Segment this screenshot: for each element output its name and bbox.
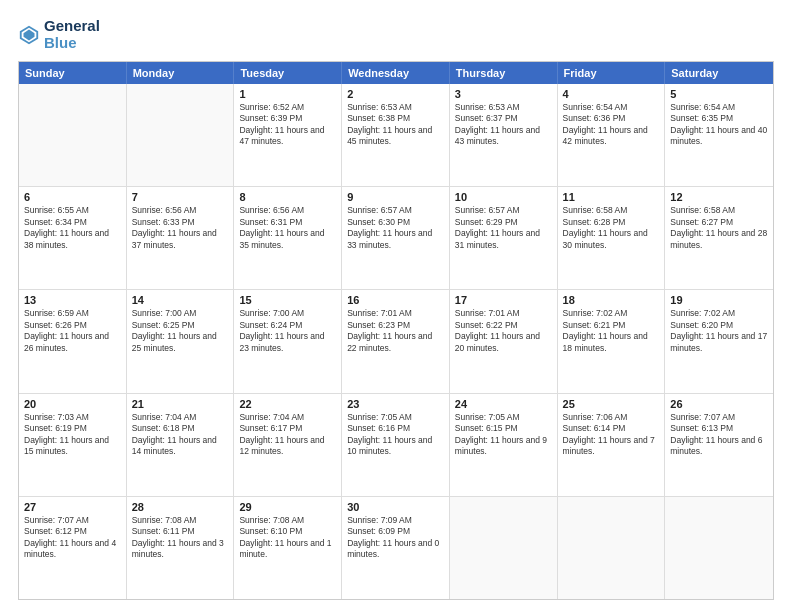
cell-info: Sunrise: 6:57 AMSunset: 6:29 PMDaylight:… [455, 205, 552, 251]
cell-info: Sunrise: 7:02 AMSunset: 6:20 PMDaylight:… [670, 308, 768, 354]
cell-info: Sunrise: 7:08 AMSunset: 6:10 PMDaylight:… [239, 515, 336, 561]
calendar-cell: 28Sunrise: 7:08 AMSunset: 6:11 PMDayligh… [127, 497, 235, 599]
cell-info: Sunrise: 7:05 AMSunset: 6:16 PMDaylight:… [347, 412, 444, 458]
day-number: 3 [455, 88, 552, 100]
day-number: 1 [239, 88, 336, 100]
day-number: 9 [347, 191, 444, 203]
calendar-cell: 13Sunrise: 6:59 AMSunset: 6:26 PMDayligh… [19, 290, 127, 392]
calendar-cell [450, 497, 558, 599]
calendar-cell: 15Sunrise: 7:00 AMSunset: 6:24 PMDayligh… [234, 290, 342, 392]
day-number: 26 [670, 398, 768, 410]
cell-info: Sunrise: 6:56 AMSunset: 6:33 PMDaylight:… [132, 205, 229, 251]
cell-info: Sunrise: 7:09 AMSunset: 6:09 PMDaylight:… [347, 515, 444, 561]
calendar-cell: 2Sunrise: 6:53 AMSunset: 6:38 PMDaylight… [342, 84, 450, 186]
day-number: 18 [563, 294, 660, 306]
day-number: 24 [455, 398, 552, 410]
cell-info: Sunrise: 6:53 AMSunset: 6:38 PMDaylight:… [347, 102, 444, 148]
cell-info: Sunrise: 7:01 AMSunset: 6:23 PMDaylight:… [347, 308, 444, 354]
calendar-cell: 3Sunrise: 6:53 AMSunset: 6:37 PMDaylight… [450, 84, 558, 186]
calendar-cell: 4Sunrise: 6:54 AMSunset: 6:36 PMDaylight… [558, 84, 666, 186]
cal-header-cell: Monday [127, 62, 235, 84]
calendar-cell: 23Sunrise: 7:05 AMSunset: 6:16 PMDayligh… [342, 394, 450, 496]
day-number: 30 [347, 501, 444, 513]
cell-info: Sunrise: 7:03 AMSunset: 6:19 PMDaylight:… [24, 412, 121, 458]
calendar-cell: 24Sunrise: 7:05 AMSunset: 6:15 PMDayligh… [450, 394, 558, 496]
day-number: 25 [563, 398, 660, 410]
day-number: 17 [455, 294, 552, 306]
calendar-cell [127, 84, 235, 186]
calendar-cell: 14Sunrise: 7:00 AMSunset: 6:25 PMDayligh… [127, 290, 235, 392]
day-number: 16 [347, 294, 444, 306]
calendar-cell [665, 497, 773, 599]
cell-info: Sunrise: 6:57 AMSunset: 6:30 PMDaylight:… [347, 205, 444, 251]
calendar-body: 1Sunrise: 6:52 AMSunset: 6:39 PMDaylight… [19, 84, 773, 599]
page: General Blue SundayMondayTuesdayWednesda… [0, 0, 792, 612]
cell-info: Sunrise: 7:01 AMSunset: 6:22 PMDaylight:… [455, 308, 552, 354]
calendar-cell [558, 497, 666, 599]
calendar-cell: 7Sunrise: 6:56 AMSunset: 6:33 PMDaylight… [127, 187, 235, 289]
calendar-cell: 25Sunrise: 7:06 AMSunset: 6:14 PMDayligh… [558, 394, 666, 496]
cell-info: Sunrise: 7:04 AMSunset: 6:18 PMDaylight:… [132, 412, 229, 458]
day-number: 7 [132, 191, 229, 203]
calendar-cell: 22Sunrise: 7:04 AMSunset: 6:17 PMDayligh… [234, 394, 342, 496]
cell-info: Sunrise: 7:07 AMSunset: 6:13 PMDaylight:… [670, 412, 768, 458]
cell-info: Sunrise: 7:00 AMSunset: 6:25 PMDaylight:… [132, 308, 229, 354]
calendar-cell: 6Sunrise: 6:55 AMSunset: 6:34 PMDaylight… [19, 187, 127, 289]
cal-header-cell: Saturday [665, 62, 773, 84]
calendar-cell: 11Sunrise: 6:58 AMSunset: 6:28 PMDayligh… [558, 187, 666, 289]
day-number: 19 [670, 294, 768, 306]
cell-info: Sunrise: 7:07 AMSunset: 6:12 PMDaylight:… [24, 515, 121, 561]
calendar-cell: 16Sunrise: 7:01 AMSunset: 6:23 PMDayligh… [342, 290, 450, 392]
day-number: 10 [455, 191, 552, 203]
day-number: 5 [670, 88, 768, 100]
day-number: 21 [132, 398, 229, 410]
calendar-row: 6Sunrise: 6:55 AMSunset: 6:34 PMDaylight… [19, 187, 773, 290]
day-number: 12 [670, 191, 768, 203]
calendar-row: 20Sunrise: 7:03 AMSunset: 6:19 PMDayligh… [19, 394, 773, 497]
cell-info: Sunrise: 6:55 AMSunset: 6:34 PMDaylight:… [24, 205, 121, 251]
cell-info: Sunrise: 7:04 AMSunset: 6:17 PMDaylight:… [239, 412, 336, 458]
calendar-cell [19, 84, 127, 186]
day-number: 28 [132, 501, 229, 513]
calendar-cell: 27Sunrise: 7:07 AMSunset: 6:12 PMDayligh… [19, 497, 127, 599]
calendar-cell: 29Sunrise: 7:08 AMSunset: 6:10 PMDayligh… [234, 497, 342, 599]
cell-info: Sunrise: 6:53 AMSunset: 6:37 PMDaylight:… [455, 102, 552, 148]
calendar: SundayMondayTuesdayWednesdayThursdayFrid… [18, 61, 774, 600]
day-number: 6 [24, 191, 121, 203]
cell-info: Sunrise: 6:54 AMSunset: 6:35 PMDaylight:… [670, 102, 768, 148]
day-number: 13 [24, 294, 121, 306]
calendar-cell: 10Sunrise: 6:57 AMSunset: 6:29 PMDayligh… [450, 187, 558, 289]
calendar-cell: 5Sunrise: 6:54 AMSunset: 6:35 PMDaylight… [665, 84, 773, 186]
day-number: 14 [132, 294, 229, 306]
cell-info: Sunrise: 6:58 AMSunset: 6:27 PMDaylight:… [670, 205, 768, 251]
cal-header-cell: Tuesday [234, 62, 342, 84]
cell-info: Sunrise: 6:54 AMSunset: 6:36 PMDaylight:… [563, 102, 660, 148]
calendar-header: SundayMondayTuesdayWednesdayThursdayFrid… [19, 62, 773, 84]
cell-info: Sunrise: 6:59 AMSunset: 6:26 PMDaylight:… [24, 308, 121, 354]
calendar-cell: 9Sunrise: 6:57 AMSunset: 6:30 PMDaylight… [342, 187, 450, 289]
day-number: 2 [347, 88, 444, 100]
calendar-cell: 21Sunrise: 7:04 AMSunset: 6:18 PMDayligh… [127, 394, 235, 496]
day-number: 20 [24, 398, 121, 410]
cell-info: Sunrise: 6:58 AMSunset: 6:28 PMDaylight:… [563, 205, 660, 251]
cell-info: Sunrise: 7:08 AMSunset: 6:11 PMDaylight:… [132, 515, 229, 561]
calendar-cell: 8Sunrise: 6:56 AMSunset: 6:31 PMDaylight… [234, 187, 342, 289]
calendar-cell: 20Sunrise: 7:03 AMSunset: 6:19 PMDayligh… [19, 394, 127, 496]
day-number: 29 [239, 501, 336, 513]
calendar-cell: 1Sunrise: 6:52 AMSunset: 6:39 PMDaylight… [234, 84, 342, 186]
day-number: 15 [239, 294, 336, 306]
cal-header-cell: Sunday [19, 62, 127, 84]
calendar-row: 27Sunrise: 7:07 AMSunset: 6:12 PMDayligh… [19, 497, 773, 599]
cell-info: Sunrise: 7:06 AMSunset: 6:14 PMDaylight:… [563, 412, 660, 458]
cal-header-cell: Thursday [450, 62, 558, 84]
cell-info: Sunrise: 7:02 AMSunset: 6:21 PMDaylight:… [563, 308, 660, 354]
cal-header-cell: Wednesday [342, 62, 450, 84]
calendar-cell: 17Sunrise: 7:01 AMSunset: 6:22 PMDayligh… [450, 290, 558, 392]
logo: General Blue [18, 18, 100, 51]
cell-info: Sunrise: 7:00 AMSunset: 6:24 PMDaylight:… [239, 308, 336, 354]
calendar-cell: 30Sunrise: 7:09 AMSunset: 6:09 PMDayligh… [342, 497, 450, 599]
calendar-row: 1Sunrise: 6:52 AMSunset: 6:39 PMDaylight… [19, 84, 773, 187]
day-number: 8 [239, 191, 336, 203]
day-number: 4 [563, 88, 660, 100]
day-number: 23 [347, 398, 444, 410]
